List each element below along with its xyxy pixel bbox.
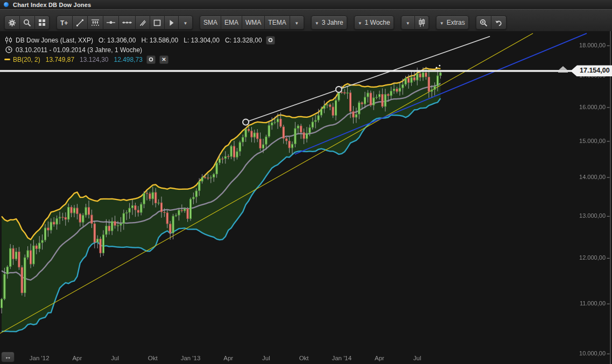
- toolbar-button-label: TEMA: [268, 19, 286, 26]
- close-value: 13.328,00: [233, 37, 262, 44]
- chart-type-candles-icon: [418, 18, 425, 27]
- toolbar-group: T+▼: [57, 16, 193, 30]
- toolbar-button-wma[interactable]: WMA: [242, 16, 265, 30]
- toolbar-button-search[interactable]: [20, 16, 35, 30]
- toolbar-group: [476, 16, 507, 30]
- zoom-in-icon: [480, 19, 488, 27]
- draw-tools-more-icon: ▼: [184, 19, 188, 26]
- symbol-legend-row: DB Dow Jones (Last, XXP) O: 13.306,00 H:…: [4, 35, 275, 45]
- toolbar-button-label: WMA: [245, 19, 261, 26]
- settings-icon: [8, 19, 16, 27]
- toolbar-button-chart-type-more[interactable]: ▼: [401, 16, 415, 30]
- x-axis-label: Jan '13: [181, 355, 201, 361]
- toolbar-button-fibonacci-tool[interactable]: [88, 16, 103, 30]
- toolbar-button-indicators-more[interactable]: ▼: [290, 16, 304, 30]
- toolbar-button-label: 3 Jahre: [322, 19, 343, 26]
- toolbar-button-settings[interactable]: [4, 16, 20, 30]
- x-axis-label: Jul: [111, 355, 119, 361]
- toolbar-button-layout-grid[interactable]: [35, 16, 50, 30]
- toolbar-button-ema[interactable]: EMA: [221, 16, 242, 30]
- toolbar-group: ▼1 Woche: [354, 16, 394, 30]
- open-label: O:: [99, 37, 105, 44]
- title-bar[interactable]: Chart Index DB Dow Jones: [0, 0, 612, 9]
- toolbar-button-label: Extras: [447, 19, 465, 26]
- toolbar-button-tema[interactable]: TEMA: [265, 16, 290, 30]
- toolbar-button-zoom-in[interactable]: [476, 16, 491, 30]
- price-scale-arrow-icon[interactable]: [558, 66, 568, 73]
- y-axis-label: 14.000,00: [557, 174, 606, 180]
- toolbar-button-chart-type-candles[interactable]: [415, 16, 429, 30]
- x-axis-label: Apr: [375, 355, 384, 361]
- low-value: 13.304,00: [191, 37, 220, 44]
- bb-upper-value: 13.749,87: [46, 56, 74, 63]
- high-label: H:: [141, 37, 147, 44]
- toolbar-button-label: 1 Woche: [365, 19, 390, 26]
- bb-visibility-button[interactable]: [146, 55, 156, 64]
- bb-remove-button[interactable]: ✕: [159, 55, 168, 64]
- clock-icon: [4, 46, 13, 53]
- toolbar-button-text-tool[interactable]: T+: [57, 16, 73, 30]
- toolbar-button-rectangle-tool[interactable]: [150, 16, 165, 30]
- horizontal-line-tool-icon: [107, 20, 115, 25]
- toolbar-group: ▼: [401, 16, 429, 30]
- x-axis-label: Jul: [262, 355, 270, 361]
- undo-icon: [495, 19, 503, 26]
- toolbar-button-label: EMA: [224, 19, 238, 26]
- search-icon: [23, 19, 31, 27]
- toolbar-button-label: SMA: [203, 19, 217, 26]
- y-axis-label: 12.000,00: [557, 254, 606, 261]
- pan-chart-button[interactable]: ↔: [1, 352, 15, 362]
- chart-legend: DB Dow Jones (Last, XXP) O: 13.306,00 H:…: [4, 35, 275, 65]
- symbol-visibility-button[interactable]: [266, 36, 275, 45]
- toolbar-group: SMAEMAWMATEMA▼: [200, 16, 304, 30]
- y-axis-label: 10.000,00: [557, 350, 606, 356]
- toolbar-button-interval-select[interactable]: ▼1 Woche: [354, 16, 394, 30]
- toolbar-button-extras-menu[interactable]: ▼Extras: [436, 16, 469, 30]
- y-axis-label: 18.000,00: [557, 42, 606, 48]
- bb-middle-value: 13.124,30: [80, 56, 108, 63]
- y-axis-label: 11.000,00: [557, 300, 606, 306]
- symbol-name: DB Dow Jones (Last, XXP): [16, 37, 93, 44]
- x-axis-label: Jan '14: [332, 355, 351, 361]
- ray-tool-icon: [122, 20, 132, 25]
- toolbar-button-ray-tool[interactable]: [119, 16, 136, 30]
- x-axis-label: Apr: [72, 355, 82, 361]
- chart-area: DB Dow Jones (Last, XXP) O: 13.306,00 H:…: [0, 31, 612, 364]
- x-axis-label: Okt: [299, 355, 309, 361]
- toolbar-button-sma[interactable]: SMA: [200, 16, 221, 30]
- rectangle-tool-icon: [153, 19, 161, 26]
- layout-grid-icon: [38, 19, 46, 26]
- period-legend-row: 03.10.2011 - 01.09.2014 (3 Jahre, 1 Woch…: [4, 45, 275, 54]
- candlestick-icon: [4, 37, 13, 44]
- bb-indicator-name: BB(20, 2): [13, 56, 40, 63]
- text-tool-icon: T+: [60, 19, 69, 26]
- y-axis-label: 16.000,00: [557, 104, 606, 110]
- toolbar-button-horizontal-line-tool[interactable]: [103, 16, 119, 30]
- x-axis-label: Jul: [413, 355, 421, 361]
- toolbar-group: ▼Extras: [436, 16, 469, 30]
- toolbar-button-freehand-tool[interactable]: [136, 16, 150, 30]
- freehand-tool-icon: [139, 19, 146, 26]
- toolbar-button-undo[interactable]: [491, 16, 507, 30]
- high-value: 13.586,00: [150, 37, 178, 44]
- toolbar-button-trendline-tool[interactable]: [73, 16, 88, 30]
- indicators-more-icon: ▼: [294, 19, 299, 26]
- low-label: L:: [184, 37, 189, 44]
- trendline-tool-icon: [76, 19, 84, 27]
- window-title: Chart Index DB Dow Jones: [13, 2, 91, 8]
- toolbar-group: [4, 16, 50, 30]
- x-axis-label: Apr: [223, 355, 233, 361]
- chart-type-more-icon: ▼: [406, 19, 410, 26]
- chart-window: Chart Index DB Dow Jones T+▼SMAEMAWMATEM…: [0, 0, 612, 364]
- y-axis-label: 15.000,00: [557, 138, 606, 144]
- toolbar: T+▼SMAEMAWMATEMA▼▼3 Jahre▼1 Woche▼▼Extra…: [0, 9, 612, 32]
- indicator-legend-row: BB(20, 2) 13.749,87 13.124,30 12.498,73 …: [4, 55, 275, 64]
- range-select-icon: ▼: [315, 19, 319, 26]
- toolbar-button-draw-tools-more[interactable]: ▼: [179, 16, 193, 30]
- period-text: 03.10.2011 - 01.09.2014 (3 Jahre, 1 Woch…: [16, 46, 142, 54]
- last-price-label: 17.154,00: [571, 65, 612, 76]
- y-axis-label: 13.000,00: [557, 212, 606, 219]
- toolbar-button-range-select[interactable]: ▼3 Jahre: [311, 16, 347, 30]
- chart-plot-area[interactable]: [0, 31, 612, 364]
- toolbar-button-pointer-tool[interactable]: [165, 16, 179, 30]
